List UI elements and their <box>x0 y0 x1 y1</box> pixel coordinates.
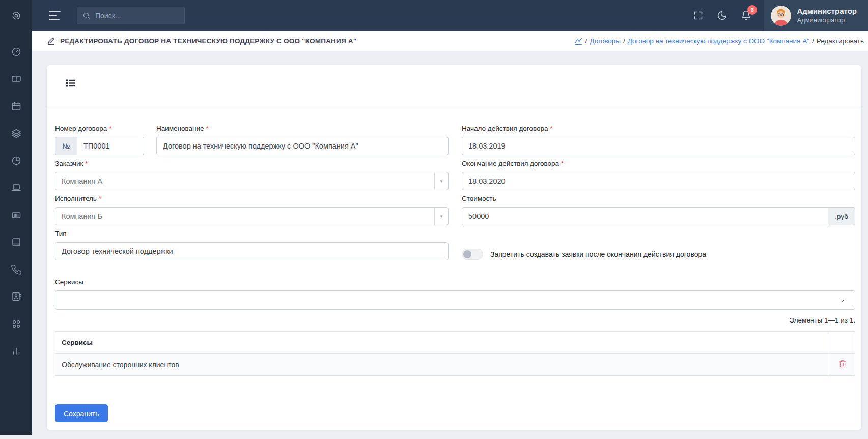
trash-icon <box>838 360 847 368</box>
gear-icon <box>11 10 22 21</box>
apps-icon <box>11 318 22 330</box>
breadcrumb-current: Редактировать <box>817 37 864 45</box>
app-root: 3 Администра <box>0 0 868 439</box>
field-type: Тип <box>55 230 449 260</box>
executor-select[interactable]: Компания Б ▼ <box>55 207 449 225</box>
bar-chart-icon <box>11 345 22 357</box>
search-box[interactable] <box>77 7 185 24</box>
required-asterisk: * <box>550 125 552 132</box>
user-role: Администратор <box>797 16 857 24</box>
sidebar-item-assets[interactable] <box>0 201 32 229</box>
card-tabs <box>47 65 861 109</box>
chevron-down-icon <box>838 297 846 305</box>
topbar: 3 Администра <box>32 0 868 31</box>
sidebar-item-calendar[interactable] <box>0 93 32 120</box>
forbid-requests-label: Запретить создавать заявки после окончан… <box>490 250 706 258</box>
breadcrumb-link-contracts[interactable]: Договоры <box>590 37 621 45</box>
sidebar-item-settings[interactable] <box>0 0 32 31</box>
menu-toggle-button[interactable] <box>49 11 61 20</box>
barcode-icon <box>11 210 22 221</box>
services-select[interactable] <box>55 290 855 310</box>
phone-icon <box>11 264 22 275</box>
service-name-cell: Обслуживание сторонних клиентов <box>55 354 830 376</box>
details-tab-button[interactable] <box>65 78 76 89</box>
contract-form: Номер договора * № Наименован <box>47 109 861 422</box>
user-menu[interactable]: Администратор Администратор <box>764 0 868 31</box>
start-date-input[interactable] <box>462 137 855 155</box>
sidebar-item-reports[interactable] <box>0 147 32 174</box>
user-texts: Администратор Администратор <box>797 7 857 24</box>
cost-input[interactable] <box>462 207 828 225</box>
customer-select[interactable]: Компания А ▼ <box>55 172 449 190</box>
topbar-actions: 3 <box>692 10 752 22</box>
book-icon <box>11 237 22 248</box>
required-asterisk: * <box>561 160 564 167</box>
forbid-requests-toggle[interactable] <box>462 249 483 260</box>
breadcrumb: / Договоры / Договор на техническую подд… <box>574 37 864 46</box>
calendar-icon <box>11 101 22 112</box>
sidebar-item-layers[interactable] <box>0 120 32 148</box>
forbid-requests-row: Запретить создавать заявки после окончан… <box>462 249 855 260</box>
field-contract-name: Наименование * <box>156 125 449 155</box>
field-start-date: Начало действия договора * <box>462 125 855 155</box>
save-button[interactable]: Сохранить <box>55 404 108 422</box>
edit-contract-card: Номер договора * № Наименован <box>47 65 861 430</box>
list-icon <box>65 78 76 89</box>
sidebar-item-apps[interactable] <box>0 310 32 338</box>
breadcrumb-link-contract[interactable]: Договор на техническую поддержку с ООО "… <box>628 37 809 45</box>
contract-type-input[interactable] <box>55 242 449 260</box>
pie-chart-icon <box>11 155 22 166</box>
content: Номер договора * № Наименован <box>32 51 868 439</box>
services-column-header: Сервисы <box>55 332 830 354</box>
moon-icon <box>717 10 727 21</box>
laptop-icon <box>11 182 22 193</box>
user-name: Администратор <box>797 7 857 16</box>
notifications-badge: 3 <box>747 5 757 15</box>
form-right-column: Начало действия договора * Окончание дей… <box>462 125 855 265</box>
avatar-image <box>771 6 791 26</box>
sidebar-nav <box>0 31 32 365</box>
menu-icon <box>49 11 61 13</box>
services-table: Сервисы Обслуживание сторонних клиентов <box>55 331 855 376</box>
ticket-icon <box>11 73 22 84</box>
home-chart-icon[interactable] <box>574 37 583 46</box>
sidebar-item-knowledge[interactable] <box>0 229 32 256</box>
page-title: РЕДАКТИРОВАТЬ ДОГОВОР НА ТЕХНИЧЕСКУЮ ПОД… <box>47 37 356 45</box>
edit-pencil-icon <box>47 37 55 45</box>
fullscreen-icon <box>693 10 704 21</box>
currency-suffix: .руб <box>828 207 855 225</box>
fullscreen-button[interactable] <box>692 10 704 22</box>
search-input[interactable] <box>94 11 179 20</box>
field-end-date: Окончание действия договора * <box>462 160 855 190</box>
sidebar-item-workstations[interactable] <box>0 174 32 202</box>
sidebar-item-analytics[interactable] <box>0 338 32 365</box>
field-customer: Заказчик * Компания А ▼ <box>55 160 449 190</box>
sidebar-item-dashboard[interactable] <box>0 38 32 66</box>
table-row: Обслуживание сторонних клиентов <box>55 354 855 376</box>
required-asterisk: * <box>206 125 208 132</box>
dark-mode-button[interactable] <box>716 10 728 22</box>
dashboard-icon <box>11 46 22 57</box>
avatar <box>771 6 791 26</box>
chevron-down-icon: ▼ <box>434 172 448 190</box>
sidebar-item-tickets[interactable] <box>0 66 32 93</box>
field-executor: Исполнитель * Компания Б ▼ <box>55 195 449 225</box>
contacts-icon <box>11 291 22 302</box>
field-cost: Стоимость .руб <box>462 195 855 225</box>
services-summary: Элементы 1—1 из 1. <box>55 316 855 324</box>
field-services: Сервисы <box>55 278 855 310</box>
end-date-input[interactable] <box>462 172 855 190</box>
contract-number-input[interactable] <box>77 137 144 155</box>
required-asterisk: * <box>85 160 88 167</box>
sidebar <box>0 0 32 435</box>
contract-name-input[interactable] <box>156 137 449 155</box>
required-asterisk: * <box>99 195 101 202</box>
delete-service-button[interactable] <box>838 360 847 368</box>
notifications-button[interactable]: 3 <box>740 10 752 22</box>
chevron-down-icon: ▼ <box>434 208 448 225</box>
sidebar-item-calls[interactable] <box>0 256 32 283</box>
required-asterisk: * <box>109 125 111 132</box>
sidebar-item-contacts[interactable] <box>0 283 32 311</box>
search-icon <box>82 12 90 19</box>
layers-icon <box>11 128 22 139</box>
